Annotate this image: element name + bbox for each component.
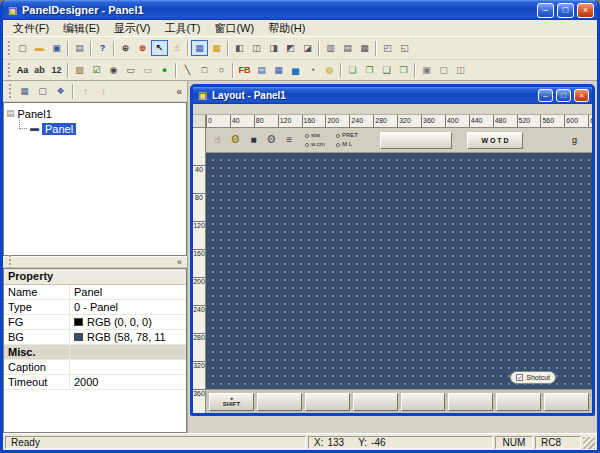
number-icon[interactable]: 12 [48,62,65,78]
property-value[interactable]: RGB (58, 78, 11 [70,330,186,344]
open-icon[interactable]: ▬ [31,40,48,56]
move-up-icon[interactable]: ↑ [77,83,94,99]
gripper-icon[interactable] [9,84,12,98]
tree-node-panel[interactable]: ▬ Panel [19,121,184,136]
same-size-icon[interactable]: ▦ [356,40,373,56]
hand-icon[interactable]: ☝ [168,40,185,56]
print-icon[interactable]: ▤ [71,40,88,56]
property-value[interactable] [70,345,186,359]
grid-color-icon[interactable]: ▦ [208,40,225,56]
tab-order-icon[interactable]: ◫ [452,62,469,78]
flat-button-icon[interactable]: ▭ [122,62,139,78]
list-icon[interactable]: ▤ [253,62,270,78]
panel-button[interactable] [544,393,589,411]
property-row[interactable]: Name Panel [4,285,186,300]
image-icon[interactable]: FB [236,62,253,78]
members-icon[interactable]: ❖ [52,83,69,99]
line-icon[interactable]: ╲ [179,62,196,78]
panel-button[interactable] [305,393,350,411]
property-row[interactable]: BG RGB (58, 78, 11 [4,330,186,345]
property-value[interactable]: 2000 [70,375,186,389]
shotcut-button[interactable]: ✓ Shotcut [510,371,556,384]
new-icon[interactable]: ▢ [14,40,31,56]
property-row[interactable]: Caption [4,360,186,375]
label-icon[interactable]: ab [31,62,48,78]
maximize-button[interactable]: □ [557,3,574,18]
radio-option[interactable]: w.cm [305,140,336,149]
group-icon[interactable]: ▣ [418,62,435,78]
meter-icon[interactable]: ◔ [304,62,321,78]
layout-maximize-button[interactable]: □ [556,89,571,102]
property-row[interactable]: Misc. [4,345,186,360]
wotd-button[interactable]: W O T D [467,132,523,149]
radio-option[interactable]: M L [336,140,367,149]
blank-panel-button[interactable] [380,132,452,149]
property-value[interactable]: 0 - Panel [70,300,186,314]
panel-button[interactable] [401,393,446,411]
panel-button[interactable]: ● SHIFT [209,393,254,411]
radio-icon[interactable]: ◉ [105,62,122,78]
send-back-icon[interactable]: ❐ [361,62,378,78]
checkbox-icon[interactable]: ☑ [88,62,105,78]
panel-button[interactable] [353,393,398,411]
move-backward-icon[interactable]: ❒ [395,62,412,78]
ungroup-icon[interactable]: ▢ [435,62,452,78]
same-width-icon[interactable]: ▥ [322,40,339,56]
lamp-off-icon[interactable]: ʘ [264,132,279,148]
same-height-icon[interactable]: ▤ [339,40,356,56]
panel-button[interactable] [448,393,493,411]
align-center-icon[interactable]: ◫ [248,40,265,56]
property-value[interactable]: RGB (0, 0, 0) [70,315,186,329]
menu-file[interactable]: 文件(F) [6,20,56,37]
radio-option[interactable]: PRET [336,131,367,140]
knob-icon[interactable]: ≡ [282,132,297,148]
rect-icon[interactable]: □ [196,62,213,78]
tree-node-panel1[interactable]: ▤ Panel1 [6,106,184,121]
property-row[interactable]: Timeout 2000 [4,375,186,390]
panel-button[interactable] [496,393,541,411]
move-down-icon[interactable]: ↓ [95,83,112,99]
property-value[interactable]: Panel [70,285,186,299]
menu-tools[interactable]: 工具(T) [157,20,207,37]
menu-edit[interactable]: 编辑(E) [56,20,107,37]
menu-window[interactable]: 窗口(W) [207,20,261,37]
font-icon[interactable]: Aa [14,62,31,78]
led-icon[interactable]: ● [156,62,173,78]
menu-help[interactable]: 帮助(H) [261,20,312,37]
lamp-on-icon[interactable]: ʘ [228,132,243,148]
property-value[interactable] [70,360,186,374]
move-forward-icon[interactable]: ❑ [378,62,395,78]
align-right-icon[interactable]: ◨ [265,40,282,56]
chevron-icon[interactable]: « [174,86,184,97]
align-bottom-icon[interactable]: ◪ [299,40,316,56]
dark-button-icon[interactable]: ■ [246,132,261,148]
gripper-icon[interactable] [8,63,11,77]
layout-v-icon[interactable]: ◱ [396,40,413,56]
screen-icon[interactable]: ▦ [16,83,33,99]
hand-tool-icon[interactable]: ☝ [210,132,225,148]
property-row[interactable]: FG RGB (0, 0, 0) [4,315,186,330]
menu-view[interactable]: 显示(V) [107,20,158,37]
clipboard-icon[interactable]: ▧ [71,62,88,78]
grid-icon[interactable]: ▦ [191,40,208,56]
page-icon[interactable]: ▢ [34,83,51,99]
radio-option[interactable]: stw [305,131,336,140]
design-canvas[interactable]: ✓ Shotcut [206,153,592,389]
layout-close-button[interactable]: × [574,89,589,102]
chevron-icon[interactable]: « [175,257,184,267]
resize-grip-icon[interactable] [583,437,595,449]
bring-front-icon[interactable]: ❏ [344,62,361,78]
property-row[interactable]: Type 0 - Panel [4,300,186,315]
save-icon[interactable]: ▣ [48,40,65,56]
zoom-off-icon[interactable]: ⊗ [134,40,151,56]
ellipse-icon[interactable]: ○ [213,62,230,78]
align-left-icon[interactable]: ◧ [231,40,248,56]
zoom-in-icon[interactable]: ⊕ [117,40,134,56]
help-icon[interactable]: ? [94,40,111,56]
layout-h-icon[interactable]: ◰ [379,40,396,56]
table-icon[interactable]: ▦ [270,62,287,78]
chart-icon[interactable]: ▅ [287,62,304,78]
align-top-icon[interactable]: ◩ [282,40,299,56]
buzzer-icon[interactable]: ◍ [321,62,338,78]
minimize-button[interactable]: – [537,3,554,18]
